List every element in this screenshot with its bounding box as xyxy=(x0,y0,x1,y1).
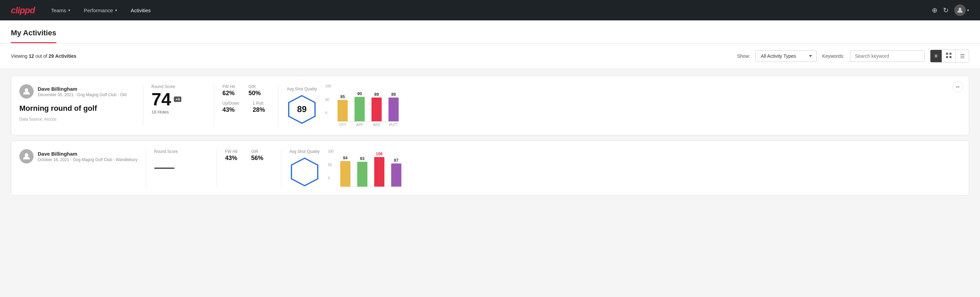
nav-item-activities[interactable]: Activities xyxy=(125,5,156,16)
avatar xyxy=(954,5,966,16)
user-name: Dave Billingham xyxy=(38,151,137,156)
bar-ott xyxy=(337,100,348,121)
fw-hit-value: 62% xyxy=(223,90,235,97)
metrics-row-2: Up/Down 43% 1 Putt 28% xyxy=(223,101,270,113)
bar-value-putt: 87 xyxy=(394,158,398,163)
bar-value-arg: 89 xyxy=(374,92,379,97)
data-source: Data Source: Arccos xyxy=(19,117,135,121)
divider xyxy=(278,84,278,127)
user-info: Dave Billingham December 05, 2021 - Gog … xyxy=(38,86,126,97)
card-metrics: FW Hit 62% GIR 50% Up/Down 43% 1 Putt 28… xyxy=(223,84,270,113)
bar-group-ott: 85 xyxy=(337,94,348,121)
metrics-row-1: FW Hit 62% GIR 50% xyxy=(223,84,270,97)
oneputt-metric: 1 Putt 28% xyxy=(253,101,265,113)
fw-hit-value: 43% xyxy=(225,155,238,162)
activity-title: Morning round of golf xyxy=(19,104,135,113)
bar-value-putt: 89 xyxy=(391,92,396,97)
nav-item-teams[interactable]: Teams ▾ xyxy=(46,5,76,16)
page-title: My Activities xyxy=(11,29,56,43)
navbar: clippd Teams ▾ Performance ▾ Activities … xyxy=(0,0,980,21)
bar-group-app: 90 xyxy=(355,91,365,121)
activity-card: Dave Billingham October 16, 2021 - Gog M… xyxy=(11,141,969,196)
holes-value: 18 Holes xyxy=(151,109,206,115)
user-date: December 05, 2021 - Gog Magog Golf Club … xyxy=(38,93,126,97)
oneputt-label: 1 Putt xyxy=(253,101,265,106)
card-quality: Avg Shot Quality 89 100 50 0 xyxy=(286,84,961,127)
y-label-100: 100 xyxy=(325,84,331,88)
keyword-input[interactable] xyxy=(850,50,925,62)
hexagon: 89 xyxy=(286,94,317,125)
bar-value-app: 90 xyxy=(357,91,362,96)
divider xyxy=(281,149,281,187)
avg-shot-quality-label: Avg Shot Quality xyxy=(286,87,317,91)
view-toggle-list-compact[interactable]: ≡ xyxy=(931,50,942,62)
nav-items: Teams ▾ Performance ▾ Activities xyxy=(46,5,921,16)
user-name: Dave Billingham xyxy=(38,86,126,92)
fw-hit-label: FW Hit xyxy=(223,84,235,89)
divider xyxy=(146,149,146,187)
svg-rect-2 xyxy=(950,53,951,55)
score-value: 74 xyxy=(151,90,171,108)
bar-value-ott: 94 xyxy=(343,156,347,160)
user-info: Dave Billingham October 16, 2021 - Gog M… xyxy=(38,151,137,162)
bar-label-app: APP xyxy=(355,123,365,127)
svg-point-5 xyxy=(25,88,28,92)
bar-value-arg: 106 xyxy=(376,152,383,156)
page-header: My Activities xyxy=(0,21,980,43)
bar-group-app: 93 xyxy=(357,156,368,187)
performance-label: Performance xyxy=(84,8,113,13)
user-chevron-icon: ▾ xyxy=(967,8,969,13)
updown-value: 43% xyxy=(223,106,239,113)
user-row: Dave Billingham December 05, 2021 - Gog … xyxy=(19,84,135,99)
bar-ott xyxy=(340,161,350,187)
activity-card: ✏ Dave Billingham December 05, 2021 - Go… xyxy=(11,76,969,135)
avatar xyxy=(19,149,33,163)
bar-label-putt: PUTT xyxy=(388,123,399,127)
bar-group-putt: 89 xyxy=(388,92,399,121)
view-toggle-list-full[interactable]: ☰ xyxy=(956,50,969,62)
round-score-section: Round Score 74 +4 18 Holes xyxy=(151,84,206,116)
hexagon-container: Avg Shot Quality 89 xyxy=(286,87,317,125)
y-label-100: 100 xyxy=(328,150,334,153)
refresh-icon[interactable]: ↻ xyxy=(943,6,949,14)
bar-group-putt: 87 xyxy=(391,158,401,187)
gir-value: 50% xyxy=(248,90,261,97)
bar-arg xyxy=(374,157,384,187)
bar-app xyxy=(357,162,368,187)
gir-metric: GIR 50% xyxy=(248,84,261,97)
bar-label-ott: OTT xyxy=(337,123,348,127)
y-label-50: 50 xyxy=(328,163,334,167)
card-left: Dave Billingham October 16, 2021 - Gog M… xyxy=(19,149,137,163)
gir-value: 56% xyxy=(251,155,263,162)
bar-label-arg: ARG xyxy=(371,123,382,127)
user-date: October 16, 2021 - Gog Magog Golf Club -… xyxy=(38,157,137,162)
nav-item-performance[interactable]: Performance ▾ xyxy=(78,5,123,16)
filter-bar: Viewing 12 out of 29 Activities Show: Al… xyxy=(0,43,980,69)
stat-main: 74 +4 xyxy=(151,90,206,108)
score-badge: +4 xyxy=(174,96,182,102)
svg-rect-4 xyxy=(950,56,951,58)
viewing-text: Viewing 12 out of 29 Activities xyxy=(11,53,732,59)
oneputt-value: 28% xyxy=(253,106,265,113)
logo[interactable]: clippd xyxy=(11,5,35,16)
gir-label: GIR xyxy=(251,149,263,154)
teams-label: Teams xyxy=(51,8,66,13)
fw-hit-metric: FW Hit 62% xyxy=(223,84,235,97)
bar-group-arg: 89 xyxy=(371,92,382,121)
keywords-label: Keywords: xyxy=(822,53,844,59)
user-menu[interactable]: ▾ xyxy=(954,5,969,16)
avg-shot-quality-label: Avg Shot Quality xyxy=(289,149,320,154)
divider xyxy=(214,84,214,127)
gir-metric: GIR 56% xyxy=(251,149,263,162)
performance-chevron-icon: ▾ xyxy=(115,8,117,13)
svg-rect-1 xyxy=(946,53,948,55)
svg-rect-3 xyxy=(946,56,948,58)
divider xyxy=(143,84,143,127)
view-toggle-grid[interactable]: ​ xyxy=(942,50,956,62)
hexagon xyxy=(289,156,320,187)
activity-type-select[interactable]: All Activity Types Round Practice xyxy=(756,50,817,62)
add-icon[interactable]: ⊕ xyxy=(932,6,937,14)
divider xyxy=(216,149,217,187)
bar-group-arg: 106 xyxy=(374,152,384,187)
card-left: Dave Billingham December 05, 2021 - Gog … xyxy=(19,84,135,121)
